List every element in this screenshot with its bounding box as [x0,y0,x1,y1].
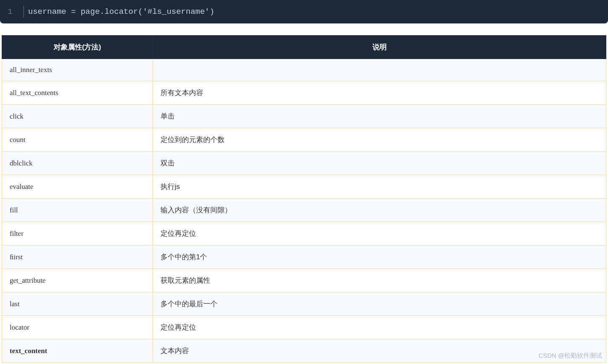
code-block: 1 username = page.locator('#ls_username'… [0,0,608,23]
line-number: 1 [0,7,23,16]
cell-description: 输入内容（没有间隙） [153,199,606,222]
table-row: last多个中的最后一个 [2,292,606,316]
table-row: all_text_contents所有文本内容 [2,81,606,105]
code-divider [23,6,24,18]
cell-description: 定位再定位 [153,316,606,339]
cell-property: click [2,105,153,128]
cell-description: 单击 [153,105,606,128]
cell-description: 定位再定位 [153,222,606,245]
table-row: evaluate执行js [2,175,606,199]
table-row: fill输入内容（没有间隙） [2,199,606,222]
cell-description: 双击 [153,152,606,175]
table-row: get_attribute获取元素的属性 [2,269,606,292]
table-row: ﬁirst多个中的第1个 [2,245,606,269]
table-row: dblclick双击 [2,152,606,175]
cell-description: 所有文本内容 [153,81,606,105]
header-property: 对象属性(方法) [2,36,153,59]
api-table-container: 对象属性(方法) 说明 all_inner_textsall_text_cont… [2,35,606,363]
table-row: all_inner_texts [2,59,606,81]
cell-property: count [2,128,153,152]
cell-description [153,59,606,81]
cell-description: 获取元素的属性 [153,269,606,292]
cell-property: all_text_contents [2,81,153,105]
code-content: username = page.locator('#ls_username') [28,7,215,16]
table-row: locator定位再定位 [2,316,606,339]
cell-property: all_inner_texts [2,59,153,81]
table-row: count定位到的元素的个数 [2,128,606,152]
header-description: 说明 [153,36,606,59]
cell-property: dblclick [2,152,153,175]
table-row: text_content文本内容 [2,339,606,363]
cell-property: ﬁirst [2,245,153,269]
cell-property: last [2,292,153,316]
table-row: filter定位再定位 [2,222,606,245]
cell-property: locator [2,316,153,339]
cell-property: get_attribute [2,269,153,292]
cell-property: filter [2,222,153,245]
api-table: 对象属性(方法) 说明 all_inner_textsall_text_cont… [2,35,606,363]
table-header-row: 对象属性(方法) 说明 [2,36,606,59]
cell-description: 定位到的元素的个数 [153,128,606,152]
cell-description: 多个中的第1个 [153,245,606,269]
cell-description: 执行js [153,175,606,199]
cell-property: evaluate [2,175,153,199]
cell-property: fill [2,199,153,222]
cell-property: text_content [2,339,153,363]
cell-description: 多个中的最后一个 [153,292,606,316]
cell-description: 文本内容 [153,339,606,363]
table-row: click单击 [2,105,606,128]
